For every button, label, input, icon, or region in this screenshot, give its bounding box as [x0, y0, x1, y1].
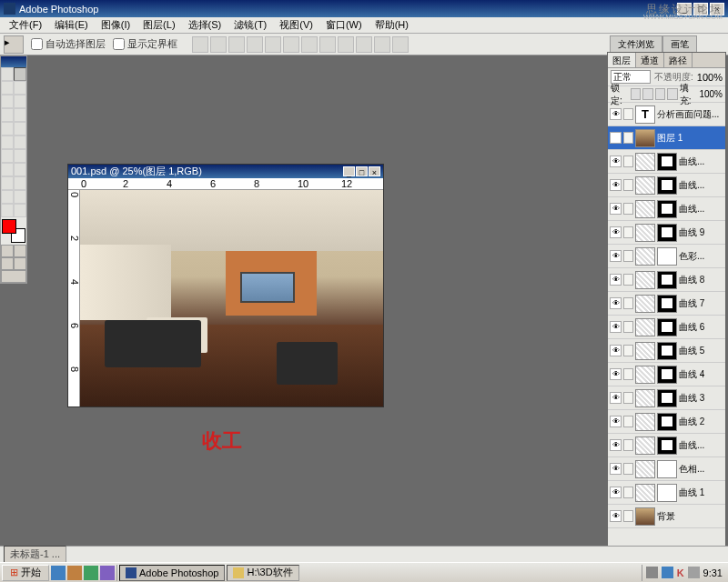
show-bounds-checkbox[interactable]: 显示定界框: [113, 37, 177, 51]
layer-row[interactable]: 👁曲线...: [608, 434, 725, 457]
layer-row[interactable]: 👁曲线...: [608, 174, 725, 197]
layer-row[interactable]: 👁曲线 4: [608, 363, 725, 386]
layer-name[interactable]: 曲线 3: [679, 392, 723, 405]
layer-thumbnail[interactable]: [635, 295, 655, 313]
layer-thumbnail[interactable]: [635, 129, 655, 147]
layer-name[interactable]: 曲线 6: [679, 321, 723, 334]
lock-all-icon[interactable]: [667, 88, 678, 100]
layer-name[interactable]: 曲线...: [679, 156, 723, 168]
menu-filter[interactable]: 滤镜(T): [228, 16, 272, 34]
type-tool[interactable]: [14, 163, 26, 176]
menu-layer[interactable]: 图层(L): [137, 16, 180, 34]
toolbox-header[interactable]: [1, 56, 26, 67]
layer-row[interactable]: 👁曲线 9: [608, 221, 725, 245]
layer-list[interactable]: 👁T分析画面问题...👁图层 1👁曲线...👁曲线...👁曲线...👁曲线 9👁…: [608, 103, 725, 547]
mask-thumbnail[interactable]: [657, 295, 677, 313]
screen-mode-1[interactable]: [1, 257, 14, 270]
layer-thumbnail[interactable]: [635, 484, 655, 502]
standard-mode[interactable]: [1, 245, 14, 257]
start-button[interactable]: ⊞ 开始: [2, 565, 49, 581]
distribute-icon[interactable]: [374, 36, 390, 53]
menu-select[interactable]: 选择(S): [183, 16, 228, 34]
layer-row[interactable]: 👁曲线 3: [608, 386, 725, 410]
mask-thumbnail[interactable]: [657, 200, 677, 218]
mask-thumbnail[interactable]: [657, 176, 677, 195]
layer-row[interactable]: 👁色彩...: [608, 245, 725, 268]
file-browser-tab[interactable]: 文件浏览: [610, 35, 662, 54]
visibility-icon[interactable]: 👁: [610, 226, 622, 238]
quicklaunch-icon[interactable]: [84, 566, 98, 580]
link-icon[interactable]: [623, 274, 633, 286]
layer-row[interactable]: 👁曲线...: [608, 150, 725, 174]
layer-row[interactable]: 👁曲线...: [608, 197, 725, 221]
visibility-icon[interactable]: 👁: [610, 108, 622, 120]
visibility-icon[interactable]: 👁: [610, 416, 622, 427]
mask-thumbnail[interactable]: [657, 342, 677, 360]
align-icon[interactable]: [265, 36, 281, 53]
current-tool-icon[interactable]: ▸: [4, 35, 24, 54]
visibility-icon[interactable]: 👁: [610, 250, 622, 262]
path-tool[interactable]: [1, 163, 14, 176]
eyedropper-tool[interactable]: [14, 190, 26, 204]
layer-name[interactable]: 图层 1: [657, 132, 723, 145]
visibility-icon[interactable]: 👁: [610, 203, 622, 215]
tray-k-icon[interactable]: K: [677, 567, 684, 578]
layer-row[interactable]: 👁背景: [608, 505, 725, 528]
layer-name[interactable]: 分析画面问题...: [657, 108, 723, 121]
layer-thumbnail[interactable]: [635, 342, 655, 360]
align-icon[interactable]: [192, 36, 208, 53]
link-icon[interactable]: [623, 368, 633, 380]
stamp-tool[interactable]: [1, 122, 14, 135]
layer-thumbnail[interactable]: [635, 271, 655, 289]
dodge-tool[interactable]: [14, 149, 26, 163]
visibility-icon[interactable]: 👁: [610, 132, 622, 144]
link-icon[interactable]: [623, 510, 633, 522]
quicklaunch-icon[interactable]: [51, 566, 66, 580]
layer-name[interactable]: 曲线...: [679, 439, 723, 452]
marquee-tool[interactable]: [1, 67, 14, 81]
layer-row[interactable]: 👁色相...: [608, 457, 725, 481]
color-swatches[interactable]: [2, 219, 25, 243]
align-icon[interactable]: [247, 36, 263, 53]
channels-tab[interactable]: 通道: [636, 53, 664, 67]
taskbar-task[interactable]: H:\3D软件: [227, 565, 298, 581]
gradient-tool[interactable]: [14, 135, 26, 149]
healing-tool[interactable]: [1, 108, 14, 122]
mask-thumbnail[interactable]: [657, 153, 677, 171]
quicklaunch-icon[interactable]: [67, 566, 82, 580]
distribute-icon[interactable]: [392, 36, 409, 53]
link-icon[interactable]: [623, 203, 633, 215]
layer-thumbnail[interactable]: [635, 460, 655, 478]
visibility-icon[interactable]: 👁: [610, 392, 622, 404]
quicklaunch-icon[interactable]: [100, 566, 115, 580]
doc-maximize-button[interactable]: □: [356, 166, 368, 176]
layer-thumbnail[interactable]: T: [635, 105, 655, 124]
layer-row[interactable]: 👁曲线 5: [608, 339, 725, 363]
layer-row[interactable]: 👁曲线 7: [608, 292, 725, 316]
fill-value[interactable]: 100%: [699, 89, 723, 99]
layer-name[interactable]: 曲线 8: [679, 274, 723, 286]
visibility-icon[interactable]: 👁: [610, 156, 622, 167]
taskbar-task[interactable]: Adobe Photoshop: [119, 565, 225, 581]
layer-row[interactable]: 👁曲线 1: [608, 481, 725, 505]
link-icon[interactable]: [623, 226, 633, 238]
tray-icon[interactable]: [662, 567, 673, 578]
link-icon[interactable]: [623, 108, 633, 120]
vertical-ruler[interactable]: 0 2 4 6 8: [68, 190, 80, 406]
distribute-icon[interactable]: [338, 36, 354, 53]
layer-name[interactable]: 色彩...: [679, 250, 723, 263]
mask-thumbnail[interactable]: [657, 271, 677, 289]
quickmask-mode[interactable]: [14, 245, 26, 257]
link-icon[interactable]: [623, 487, 633, 498]
layer-row[interactable]: 👁图层 1: [608, 126, 725, 150]
layer-name[interactable]: 曲线 5: [679, 345, 723, 357]
link-icon[interactable]: [623, 392, 633, 404]
visibility-icon[interactable]: 👁: [610, 463, 622, 475]
menu-view[interactable]: 视图(V): [274, 16, 318, 34]
align-icon[interactable]: [210, 36, 227, 53]
mask-thumbnail[interactable]: [657, 413, 677, 431]
link-icon[interactable]: [623, 156, 633, 167]
menu-help[interactable]: 帮助(H): [369, 16, 414, 34]
mask-thumbnail[interactable]: [657, 247, 677, 266]
visibility-icon[interactable]: 👁: [610, 345, 622, 356]
